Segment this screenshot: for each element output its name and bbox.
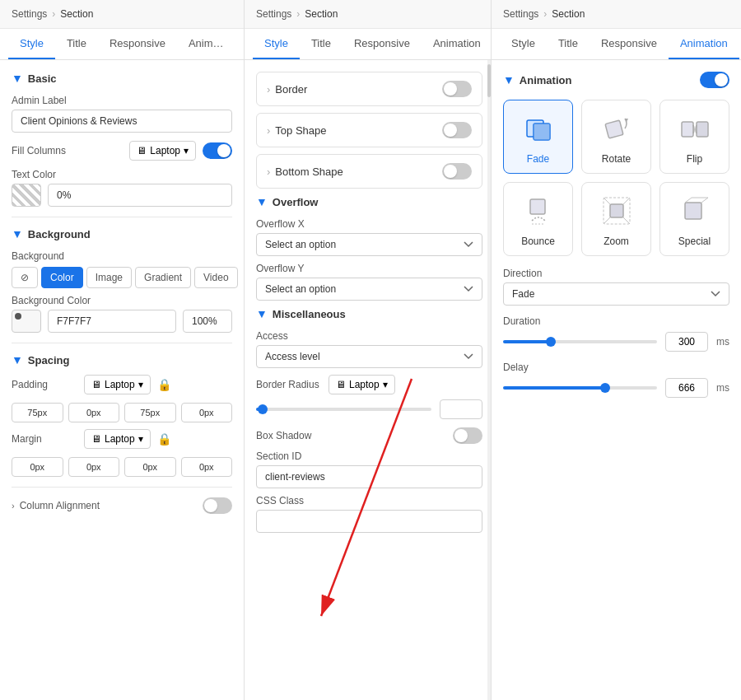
anim-card-fade[interactable]: Fade	[503, 100, 573, 174]
col-align-toggle[interactable]	[203, 497, 232, 514]
br-slider-thumb[interactable]	[258, 404, 268, 414]
css-class-input[interactable]	[256, 510, 482, 533]
tab-style-p2[interactable]: Style	[253, 29, 300, 59]
bg-color-swatch[interactable]	[12, 310, 41, 333]
bottom-shape-toggle[interactable]	[442, 163, 472, 180]
top-shape-section: › Top Shape	[256, 113, 482, 147]
fill-device-selector[interactable]: 🖥 Laptop ▾	[129, 141, 196, 161]
delay-field: Delay ms	[503, 362, 729, 398]
bg-color-btn[interactable]: Color	[41, 267, 83, 288]
padding-device[interactable]: 🖥 Laptop ▾	[84, 375, 151, 394]
spacing-header-left[interactable]: ▼ Spacing	[12, 353, 69, 366]
border-toggle[interactable]	[442, 81, 472, 97]
tab-responsive-p1[interactable]: Responsive	[98, 29, 177, 59]
margin-left[interactable]	[181, 457, 233, 477]
svg-line-13	[604, 217, 610, 224]
br-device[interactable]: 🖥 Laptop ▾	[329, 375, 395, 394]
tab-animation-p1[interactable]: Animation	[177, 29, 235, 59]
bg-color-dot	[15, 313, 21, 320]
anim-card-flip[interactable]: Flip	[659, 100, 729, 174]
padding-bottom[interactable]	[124, 403, 176, 422]
svg-line-12	[623, 198, 630, 204]
bg-image-btn[interactable]: Image	[86, 267, 132, 288]
box-shadow-toggle[interactable]	[453, 427, 482, 444]
background-header[interactable]: ▼ Background	[12, 227, 232, 240]
duration-slider[interactable]	[503, 340, 657, 343]
text-color-input[interactable]	[48, 184, 232, 207]
anim-card-bounce[interactable]: Bounce	[503, 182, 573, 256]
margin-bottom[interactable]	[124, 457, 176, 477]
col-align-arrow: ›	[12, 501, 15, 511]
col-align-label: Column Alignment	[20, 500, 100, 511]
admin-label-field: Admin Label	[12, 95, 232, 133]
spacing-header[interactable]: ▼ Spacing	[12, 353, 232, 366]
bc2-settings[interactable]: Settings	[256, 8, 291, 20]
margin-lock[interactable]: 🔒	[157, 432, 171, 446]
bg-color-label: Color	[50, 272, 74, 283]
breadcrumb-panel1: Settings › Section	[0, 0, 244, 29]
animation-toggle[interactable]	[700, 72, 729, 88]
flip-icon	[675, 109, 715, 148]
br-value-input[interactable]	[440, 399, 482, 419]
admin-label-input[interactable]	[12, 110, 232, 133]
tab-title-p3[interactable]: Title	[547, 29, 590, 59]
tab-style-p3[interactable]: Style	[500, 29, 547, 59]
margin-top[interactable]	[12, 457, 63, 477]
border-label[interactable]: Border	[275, 83, 307, 96]
bg-color-opacity[interactable]	[183, 310, 232, 333]
svg-rect-3	[604, 120, 622, 138]
tab-responsive-p2[interactable]: Responsive	[343, 29, 422, 59]
padding-left[interactable]	[181, 403, 233, 422]
overflow-y-select[interactable]: Select an option	[256, 278, 482, 301]
tab-style-p1[interactable]: Style	[8, 29, 55, 59]
anim-card-rotate[interactable]: Rotate	[581, 100, 651, 174]
sep1	[12, 217, 232, 217]
bg-gradient-btn[interactable]: Gradient	[135, 267, 191, 288]
delay-input[interactable]	[665, 378, 708, 398]
fill-device-label: Laptop	[150, 145, 180, 156]
overflow-header[interactable]: ▼ Overflow	[256, 195, 482, 208]
overflow-label: Overflow	[273, 196, 319, 208]
bg-color-hex[interactable]	[48, 310, 176, 333]
text-color-swatch[interactable]	[12, 184, 41, 207]
duration-input[interactable]	[665, 332, 708, 352]
anim-card-zoom[interactable]: Zoom	[581, 182, 651, 256]
breadcrumb-settings[interactable]: Settings	[12, 8, 47, 20]
padding-top[interactable]	[12, 403, 63, 422]
access-select[interactable]: Access level	[256, 345, 482, 368]
tab-title-p1[interactable]: Title	[55, 29, 98, 59]
bg-video-btn[interactable]: Video	[194, 267, 237, 288]
margin-device[interactable]: 🖥 Laptop ▾	[84, 429, 151, 449]
border-header: › Border	[267, 81, 472, 97]
misc-section: ▼ Miscellaneous Access Access level Bord…	[256, 307, 482, 533]
tab-animation-p3[interactable]: Animation	[669, 29, 739, 59]
margin-right[interactable]	[68, 457, 120, 477]
bottom-shape-label[interactable]: Bottom Shape	[275, 166, 343, 178]
anim-card-special[interactable]: Special	[659, 182, 729, 256]
padding-right[interactable]	[68, 403, 120, 422]
anim-flip-label: Flip	[687, 153, 702, 165]
css-class-label: CSS Class	[256, 495, 482, 506]
tab-responsive-p3[interactable]: Responsive	[590, 29, 669, 59]
section-id-input[interactable]	[256, 465, 482, 488]
bg-none-btn[interactable]: ⊘	[12, 267, 38, 288]
delay-slider[interactable]	[503, 386, 657, 390]
overflow-x-select[interactable]: Select an option	[256, 233, 482, 256]
top-shape-toggle[interactable]	[442, 122, 472, 138]
br-slider[interactable]	[256, 408, 431, 411]
ban-icon: ⊘	[21, 272, 29, 283]
fill-columns-toggle[interactable]	[203, 142, 232, 159]
direction-select[interactable]: Fade	[503, 282, 729, 306]
fade-icon	[519, 109, 558, 148]
tab-title-p2[interactable]: Title	[300, 29, 343, 59]
tab-animation-p2[interactable]: Animation	[422, 29, 492, 59]
delay-thumb[interactable]	[600, 383, 610, 393]
bc3-settings[interactable]: Settings	[503, 8, 538, 20]
box-shadow-label: Box Shadow	[256, 430, 322, 441]
duration-thumb[interactable]	[546, 337, 556, 347]
padding-lock[interactable]: 🔒	[157, 378, 171, 391]
misc-header[interactable]: ▼ Miscellaneous	[256, 307, 482, 320]
top-shape-label[interactable]: Top Shape	[275, 124, 326, 137]
box-shadow-row: Box Shadow	[256, 427, 482, 444]
basic-header[interactable]: ▼ Basic	[12, 72, 232, 85]
